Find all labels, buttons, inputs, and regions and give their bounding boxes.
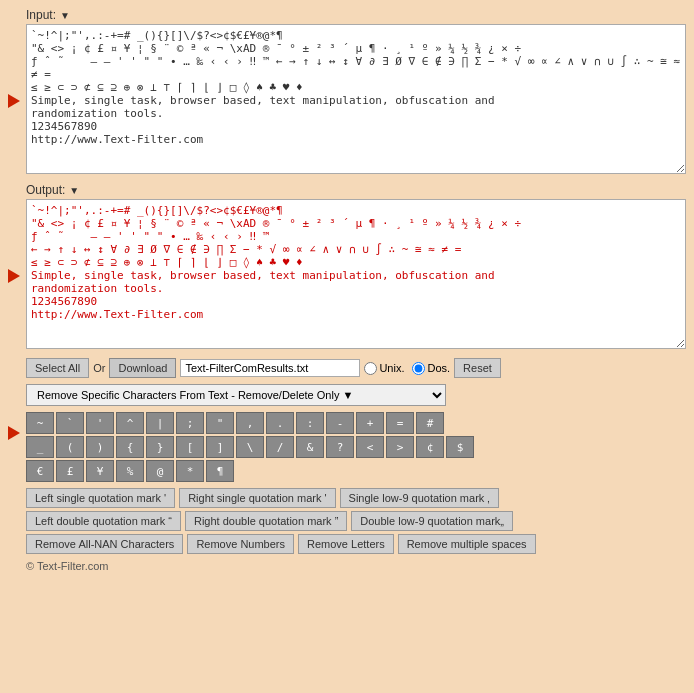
- char-semicolon[interactable]: ;: [176, 412, 204, 434]
- remove-numbers-button[interactable]: Remove Numbers: [187, 534, 294, 554]
- char-yen[interactable]: ¥: [86, 460, 114, 482]
- download-button[interactable]: Download: [109, 358, 176, 378]
- char-euro[interactable]: €: [26, 460, 54, 482]
- unix-radio-label[interactable]: Unix.: [364, 362, 404, 375]
- char-dollar[interactable]: $: [446, 436, 474, 458]
- quotation-row-1: Left single quotation mark ' Right singl…: [26, 488, 686, 508]
- char-cent[interactable]: ¢: [416, 436, 444, 458]
- chars-arrow-indicator: [8, 426, 20, 440]
- quotation-row-2: Left double quotation mark “ Right doubl…: [26, 511, 686, 531]
- dos-radio-label[interactable]: Dos.: [412, 362, 450, 375]
- single-low9-quote-button[interactable]: Single low-9 quotation mark ‚: [340, 488, 499, 508]
- char-close-paren[interactable]: ): [86, 436, 114, 458]
- filename-input[interactable]: [180, 359, 360, 377]
- char-double-quote[interactable]: ": [206, 412, 234, 434]
- output-dropdown-arrow[interactable]: ▼: [69, 185, 79, 196]
- unix-radio[interactable]: [364, 362, 377, 375]
- char-percent[interactable]: %: [116, 460, 144, 482]
- char-hash[interactable]: #: [416, 412, 444, 434]
- operation-dropdown[interactable]: Remove Specific Characters From Text - R…: [26, 384, 446, 406]
- char-close-brace[interactable]: }: [146, 436, 174, 458]
- char-open-bracket[interactable]: [: [176, 436, 204, 458]
- double-low9-quote-button[interactable]: Double low-9 quotation mark„: [351, 511, 513, 531]
- char-pilcrow[interactable]: ¶: [206, 460, 234, 482]
- select-all-button[interactable]: Select All: [26, 358, 89, 378]
- dos-radio[interactable]: [412, 362, 425, 375]
- char-pipe[interactable]: |: [146, 412, 174, 434]
- action-row: Remove All-NAN Characters Remove Numbers…: [26, 534, 686, 554]
- char-underscore[interactable]: _: [26, 436, 54, 458]
- char-ampersand[interactable]: &: [296, 436, 324, 458]
- char-at[interactable]: @: [146, 460, 174, 482]
- remove-letters-button[interactable]: Remove Letters: [298, 534, 394, 554]
- remove-nan-button[interactable]: Remove All-NAN Characters: [26, 534, 183, 554]
- char-row-2: _ ( ) { } [ ] \ / & ? < > ¢ $: [26, 436, 686, 458]
- char-question[interactable]: ?: [326, 436, 354, 458]
- char-gt[interactable]: >: [386, 436, 414, 458]
- char-row-3: € £ ¥ % @ * ¶: [26, 460, 686, 482]
- char-comma[interactable]: ,: [236, 412, 264, 434]
- char-tilde[interactable]: ~: [26, 412, 54, 434]
- output-arrow-indicator: [8, 269, 20, 283]
- remove-spaces-button[interactable]: Remove multiple spaces: [398, 534, 536, 554]
- char-backtick[interactable]: `: [56, 412, 84, 434]
- char-backslash[interactable]: \: [236, 436, 264, 458]
- char-period[interactable]: .: [266, 412, 294, 434]
- reset-button[interactable]: Reset: [454, 358, 501, 378]
- char-close-bracket[interactable]: ]: [206, 436, 234, 458]
- input-dropdown-arrow[interactable]: ▼: [60, 10, 70, 21]
- char-colon[interactable]: :: [296, 412, 324, 434]
- char-caret[interactable]: ^: [116, 412, 144, 434]
- char-open-paren[interactable]: (: [56, 436, 84, 458]
- input-arrow-indicator: [8, 94, 20, 108]
- char-hyphen[interactable]: -: [326, 412, 354, 434]
- char-row-1: ~ ` ' ^ | ; " , . : - + = #: [26, 412, 686, 434]
- output-label: Output:: [26, 183, 65, 197]
- input-textarea[interactable]: [26, 24, 686, 174]
- char-plus[interactable]: +: [356, 412, 384, 434]
- right-single-quote-button[interactable]: Right single quotation mark ': [179, 488, 335, 508]
- left-double-quote-button[interactable]: Left double quotation mark “: [26, 511, 181, 531]
- char-single-quote[interactable]: ': [86, 412, 114, 434]
- left-single-quote-button[interactable]: Left single quotation mark ': [26, 488, 175, 508]
- char-slash[interactable]: /: [266, 436, 294, 458]
- char-lt[interactable]: <: [356, 436, 384, 458]
- copyright-text: © Text-Filter.com: [26, 560, 108, 572]
- output-textarea[interactable]: [26, 199, 686, 349]
- or-text: Or: [93, 362, 105, 374]
- char-asterisk[interactable]: *: [176, 460, 204, 482]
- char-equals[interactable]: =: [386, 412, 414, 434]
- input-label: Input:: [26, 8, 56, 22]
- right-double-quote-button[interactable]: Right double quotation mark ”: [185, 511, 347, 531]
- char-pound[interactable]: £: [56, 460, 84, 482]
- char-open-brace[interactable]: {: [116, 436, 144, 458]
